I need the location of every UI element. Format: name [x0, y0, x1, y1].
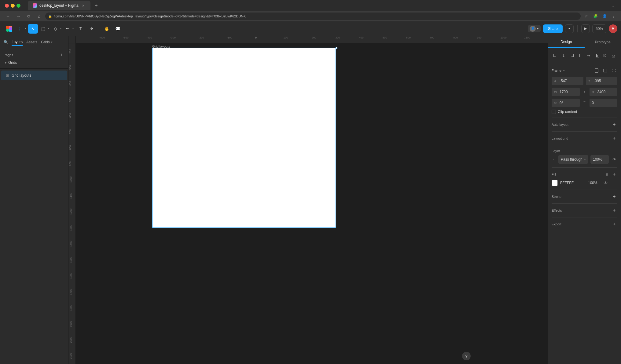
- layout-grid-add-button[interactable]: +: [611, 135, 617, 141]
- rotation-input[interactable]: ↺ 0°: [552, 99, 580, 107]
- ruler-mark-n100: -100: [227, 36, 232, 39]
- h-input[interactable]: H 3400: [590, 88, 618, 96]
- comment-tool[interactable]: 💬: [113, 24, 123, 34]
- effects-add-button[interactable]: +: [611, 207, 617, 213]
- refresh-button[interactable]: ↻: [24, 12, 33, 20]
- help-button[interactable]: ?: [462, 352, 471, 360]
- fill-visibility-button[interactable]: 👁: [603, 180, 609, 186]
- profile-button[interactable]: 👤: [601, 13, 608, 20]
- tab-grids[interactable]: Grids ▾: [41, 39, 53, 46]
- extensions-button[interactable]: 🧩: [592, 13, 599, 20]
- user-avatar[interactable]: M: [609, 24, 617, 33]
- pen-tool-arrow: ▾: [72, 24, 75, 34]
- close-button[interactable]: [5, 4, 9, 8]
- stroke-add-button[interactable]: +: [611, 194, 617, 200]
- ruler-v-mark-700: 700: [69, 129, 72, 134]
- add-page-button[interactable]: +: [58, 52, 64, 58]
- bookmark-button[interactable]: ☆: [582, 13, 590, 20]
- layer-opacity-input[interactable]: 100%: [590, 155, 609, 164]
- home-button[interactable]: ⌂: [35, 12, 43, 20]
- canvas-area[interactable]: -600 -500 -400 -300 -200 -100 0 100 200 …: [68, 36, 548, 364]
- y-label: Y: [588, 79, 593, 83]
- align-center-h-button[interactable]: [560, 52, 567, 59]
- pages-header: Pages +: [0, 51, 68, 59]
- share-button[interactable]: Share: [543, 24, 563, 33]
- tab-assets[interactable]: Assets: [26, 39, 37, 46]
- new-tab-button[interactable]: +: [92, 1, 100, 10]
- align-top-button[interactable]: [577, 52, 584, 59]
- frame-dropdown-arrow[interactable]: ▾: [563, 69, 565, 72]
- portrait-frame-button[interactable]: [593, 67, 600, 74]
- select-tool[interactable]: ⊹ ▾: [16, 24, 27, 34]
- tab-prototype[interactable]: Prototype: [585, 36, 621, 48]
- x-label: X: [554, 79, 558, 83]
- layer-section-title: Layer: [552, 149, 560, 153]
- pen-tool[interactable]: ✒ ▾: [64, 24, 75, 34]
- auto-layout-add-button[interactable]: +: [611, 122, 617, 128]
- multiplayer-indicator[interactable]: 👤 ▾: [528, 25, 541, 32]
- right-panel: Design Prototype: [548, 36, 621, 364]
- component-tool[interactable]: ❖: [87, 24, 97, 34]
- zoom-control[interactable]: 50%: [592, 24, 606, 33]
- w-input[interactable]: W 1700: [552, 88, 580, 96]
- ruler-mark-400: 400: [359, 36, 363, 39]
- tab-close-button[interactable]: ✕: [81, 3, 86, 8]
- clip-content-label: Clip content: [558, 110, 577, 114]
- landscape-frame-button[interactable]: [601, 67, 609, 74]
- play-button[interactable]: ▶: [581, 24, 590, 33]
- design-frame[interactable]: [152, 48, 336, 228]
- export-add-button[interactable]: +: [611, 221, 617, 227]
- forward-button[interactable]: →: [14, 12, 23, 20]
- x-input[interactable]: X -547: [552, 77, 583, 85]
- lock-proportions-button[interactable]: ↕: [582, 89, 587, 94]
- svg-rect-27: [612, 57, 615, 57]
- maximize-button[interactable]: [17, 4, 20, 8]
- menu-button[interactable]: ⋮: [610, 13, 617, 20]
- text-tool[interactable]: T: [76, 24, 86, 34]
- distribute-v-button[interactable]: [610, 52, 617, 59]
- frame-tool[interactable]: ⬚ ▾: [39, 24, 50, 34]
- align-center-v-button[interactable]: [585, 52, 592, 59]
- prototype-tab-label: Prototype: [595, 40, 611, 44]
- svg-rect-12: [571, 55, 573, 55]
- shape-tool[interactable]: ◇ ▾: [51, 24, 62, 34]
- layer-visibility-button[interactable]: 👁: [58, 73, 63, 78]
- distribute-h-button[interactable]: [602, 52, 609, 59]
- align-left-button[interactable]: [552, 52, 559, 59]
- frame-corner-handle[interactable]: [336, 47, 337, 49]
- fill-add-button[interactable]: +: [611, 171, 617, 177]
- multiplayer-label: ▾: [537, 27, 539, 31]
- figma-logo-button[interactable]: [4, 23, 15, 34]
- tab-layers[interactable]: Layers: [12, 38, 23, 46]
- layer-mode-dropdown[interactable]: Pass through ▾: [558, 155, 588, 164]
- align-bottom-button[interactable]: [593, 52, 601, 59]
- y-input[interactable]: Y -395: [586, 77, 618, 85]
- corner-radius-input[interactable]: 0: [590, 99, 618, 107]
- fill-color-swatch[interactable]: [552, 180, 558, 186]
- minimize-button[interactable]: [11, 4, 15, 8]
- tab-design[interactable]: Design: [548, 36, 585, 48]
- ruler-mark-n600: -600: [99, 36, 105, 39]
- fill-remove-button[interactable]: −: [611, 180, 617, 186]
- collapse-button[interactable]: ⌄: [610, 2, 616, 9]
- auto-layout-section: Auto layout +: [552, 122, 617, 128]
- layer-visibility-button[interactable]: 👁: [611, 156, 617, 162]
- expand-frame-button[interactable]: ⛶: [610, 67, 617, 74]
- back-button[interactable]: ←: [4, 12, 12, 20]
- url-text: figma.com/file/DtfNRPVhtOSyqHeOgZegWA/de…: [54, 14, 246, 18]
- ruler-mark-300: 300: [335, 36, 340, 39]
- hand-tool[interactable]: ✋: [102, 24, 112, 34]
- move-tool[interactable]: ↖: [28, 24, 38, 34]
- browser-toolbar: ← → ↻ ⌂ 🔒 figma.com/file/DtfNRPVhtOSyqHe…: [0, 11, 621, 21]
- fill-target-icon[interactable]: ⊕: [604, 171, 610, 177]
- layer-lock-button[interactable]: 🔒: [52, 73, 57, 78]
- clip-content-checkbox[interactable]: [552, 110, 556, 114]
- address-bar[interactable]: 🔒 figma.com/file/DtfNRPVhtOSyqHeOgZegWA/…: [45, 13, 581, 20]
- active-browser-tab[interactable]: desktop_layout – Figma ✕: [28, 1, 90, 10]
- page-item-grids[interactable]: ▾ Grids: [1, 59, 67, 66]
- align-right-button[interactable]: [568, 52, 575, 59]
- search-icon-tab[interactable]: 🔍: [4, 40, 8, 44]
- layer-item-grid-layouts[interactable]: ⊞ Grid layouts 🔒 👁: [1, 71, 67, 80]
- ruler-mark-n500: -500: [123, 36, 128, 39]
- present-dropdown-button[interactable]: ▾: [565, 24, 574, 33]
